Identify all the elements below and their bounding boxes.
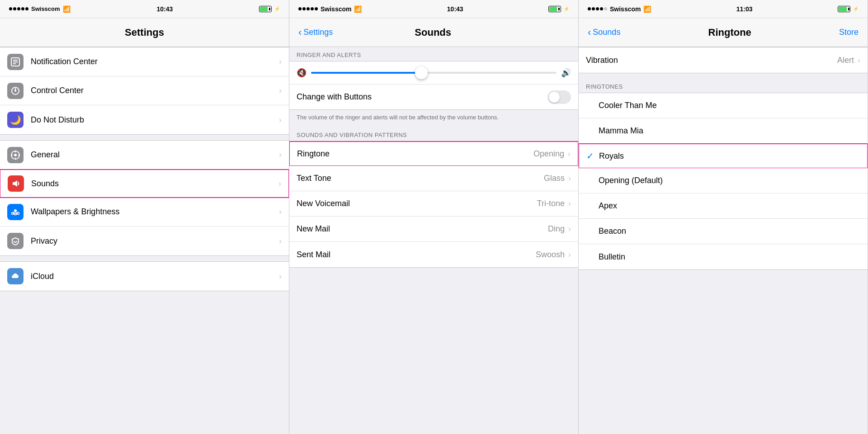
ringtone-row[interactable]: Ringtone Opening › xyxy=(289,141,578,166)
s3-dot1 xyxy=(588,7,591,10)
sounds-chevron: › xyxy=(278,179,281,189)
nav-bar-2: ‹ Settings Sounds xyxy=(289,18,578,47)
battery-fill-3 xyxy=(839,7,847,11)
back-button-2[interactable]: ‹ Settings xyxy=(298,27,333,38)
change-with-buttons-label: Change with Buttons xyxy=(297,92,547,102)
ringtone-item-opening-default[interactable]: Opening (Default) xyxy=(579,168,868,193)
sent-mail-chevron: › xyxy=(568,250,571,259)
sidebar-item-notification-center[interactable]: Notification Center › xyxy=(0,47,289,76)
svg-line-20 xyxy=(13,213,15,214)
back-label-2: Settings xyxy=(303,28,333,37)
dot3 xyxy=(17,7,20,10)
wallpapers-chevron: › xyxy=(279,207,282,217)
sidebar-item-control-center[interactable]: Control Center › xyxy=(0,76,289,105)
status-left-1: Swisscom 📶 xyxy=(9,5,71,13)
ringtones-header: RINGTONES xyxy=(579,79,868,93)
vol-low-icon: 🔇 xyxy=(297,68,307,78)
toggle-thumb xyxy=(549,92,560,103)
signal-dots-1 xyxy=(9,7,28,10)
royals-check: ✓ xyxy=(586,151,599,161)
new-mail-value: Ding xyxy=(548,224,565,234)
volume-slider[interactable] xyxy=(311,72,557,74)
patterns-section-header: SOUNDS AND VIBRATION PATTERNS xyxy=(289,127,578,141)
text-tone-chevron: › xyxy=(568,174,571,183)
charging-icon-1: ⚡ xyxy=(274,6,280,11)
text-tone-value: Glass xyxy=(544,174,565,183)
beacon-label: Beacon xyxy=(599,226,860,236)
new-voicemail-row[interactable]: New Voicemail Tri-tone › xyxy=(289,191,578,217)
change-with-buttons-toggle[interactable] xyxy=(547,90,571,104)
sidebar-item-sounds[interactable]: Sounds › xyxy=(0,169,289,198)
time-2: 10:43 xyxy=(447,5,463,13)
store-button[interactable]: Store xyxy=(839,28,859,37)
vibration-chevron: › xyxy=(858,56,860,65)
dot1 xyxy=(9,7,12,10)
sidebar-item-general[interactable]: General › xyxy=(0,141,289,170)
general-label: General xyxy=(31,150,279,160)
ringtone-item-bulletin[interactable]: Bulletin xyxy=(579,244,868,269)
sounds-label: Sounds xyxy=(31,179,278,189)
do-not-disturb-icon: 🌙 xyxy=(7,112,24,128)
status-left-2: Swisscom 📶 xyxy=(298,5,362,13)
new-mail-row[interactable]: New Mail Ding › xyxy=(289,217,578,242)
ringer-section-header: RINGER AND ALERTS xyxy=(289,47,578,61)
status-bar-2: Swisscom 📶 10:43 ⚡ xyxy=(289,0,578,18)
settings-panel: Swisscom 📶 10:43 ⚡ Settings Notification… xyxy=(0,0,289,434)
control-center-chevron: › xyxy=(279,86,282,95)
carrier-label-2: Swisscom xyxy=(321,5,351,13)
charging-icon-3: ⚡ xyxy=(853,6,859,11)
text-tone-row[interactable]: Text Tone Glass › xyxy=(289,166,578,191)
cooler-than-me-label: Cooler Than Me xyxy=(599,101,860,110)
vibration-row[interactable]: Vibration Alert › xyxy=(579,47,868,73)
notification-center-icon xyxy=(7,54,24,70)
sidebar-item-wallpapers[interactable]: Wallpapers & Brightness › xyxy=(0,198,289,226)
carrier-label-1: Swisscom xyxy=(31,5,60,12)
ringtone-item-beacon[interactable]: Beacon xyxy=(579,219,868,244)
new-voicemail-value: Tri-tone xyxy=(537,199,565,208)
back-arrow-3: ‹ xyxy=(588,27,591,38)
wallpapers-icon xyxy=(7,204,24,220)
slider-thumb xyxy=(415,66,428,79)
change-with-buttons-row[interactable]: Change with Buttons xyxy=(289,84,578,109)
sidebar-item-privacy[interactable]: Privacy › xyxy=(0,226,289,255)
sent-mail-label: Sent Mail xyxy=(297,250,536,259)
icloud-icon xyxy=(7,268,24,284)
s2-dot5 xyxy=(315,7,318,10)
settings-section-2: General › Sounds › Wallpapers & Brightne… xyxy=(0,140,289,256)
signal-dots-3 xyxy=(588,7,607,10)
sent-mail-value: Swoosh xyxy=(536,250,565,259)
apex-label: Apex xyxy=(599,201,860,211)
text-tone-label: Text Tone xyxy=(297,174,544,183)
ringtone-item-apex[interactable]: Apex xyxy=(579,193,868,219)
s2-dot2 xyxy=(302,7,306,10)
sounds-panel: Swisscom 📶 10:43 ⚡ ‹ Settings Sounds RIN… xyxy=(289,0,579,434)
ringtone-item-cooler-than-me[interactable]: Cooler Than Me xyxy=(579,93,868,118)
status-bar-3: Swisscom 📶 11:03 ⚡ xyxy=(579,0,868,18)
settings-list: Notification Center › Control Center › 🌙… xyxy=(0,47,289,434)
ringtone-item-royals[interactable]: ✓ Royals xyxy=(579,143,868,169)
svg-point-6 xyxy=(14,90,16,92)
control-center-icon xyxy=(7,83,24,99)
ringtone-content: Vibration Alert › RINGTONES Cooler Than … xyxy=(579,47,868,434)
ringtone-label: Ringtone xyxy=(297,149,533,159)
sidebar-item-icloud[interactable]: iCloud › xyxy=(0,262,289,291)
back-button-3[interactable]: ‹ Sounds xyxy=(588,27,620,38)
battery-tip-1 xyxy=(269,8,270,10)
new-voicemail-chevron: › xyxy=(568,199,571,208)
royals-label: Royals xyxy=(599,151,860,161)
sidebar-item-do-not-disturb[interactable]: 🌙 Do Not Disturb › xyxy=(0,105,289,134)
sent-mail-row[interactable]: Sent Mail Swoosh › xyxy=(289,242,578,267)
ringtone-item-mamma-mia[interactable]: Mamma Mia xyxy=(579,118,868,144)
notification-center-label: Notification Center xyxy=(31,57,279,66)
privacy-label: Privacy xyxy=(31,236,279,246)
back-label-3: Sounds xyxy=(593,28,620,37)
status-bar-1: Swisscom 📶 10:43 ⚡ xyxy=(0,0,289,18)
page-title-2: Sounds xyxy=(415,27,451,38)
s2-dot4 xyxy=(311,7,314,10)
nav-bar-3: ‹ Sounds Ringtone Store xyxy=(579,18,868,47)
charging-icon-2: ⚡ xyxy=(564,6,569,11)
ringtone-chevron: › xyxy=(568,149,571,159)
battery-1 xyxy=(259,6,272,12)
nav-bar-1: Settings xyxy=(0,18,289,47)
s3-dot2 xyxy=(592,7,595,10)
